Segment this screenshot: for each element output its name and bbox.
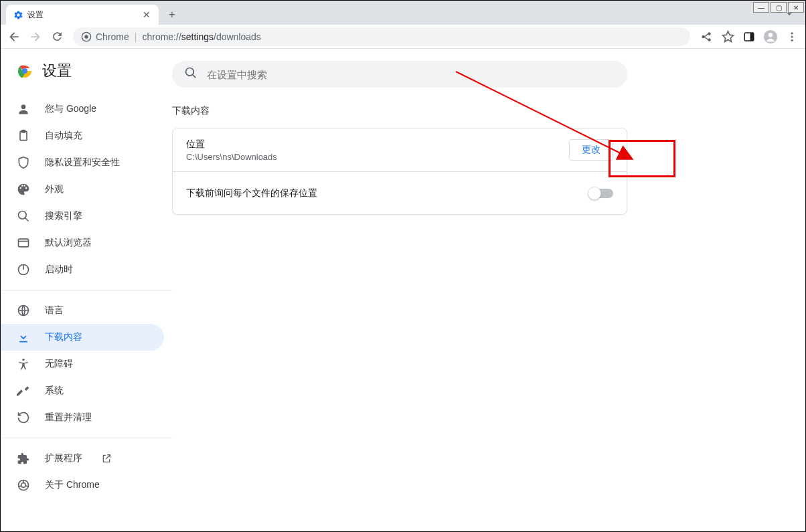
address-bar[interactable]: Chrome | chrome://settings/downloads: [73, 27, 690, 46]
tab-strip: 设置 ✕ +: [1, 1, 805, 25]
ask-label: 下载前询问每个文件的保存位置: [186, 187, 589, 199]
row-text: 位置 C:\Users\ns\Downloads: [186, 139, 569, 162]
sidebar-item-you-and-google[interactable]: 您与 Google: [1, 96, 164, 122]
sidebar-item-label: 系统: [45, 385, 64, 397]
svg-point-9: [791, 32, 793, 34]
close-window-button[interactable]: ✕: [788, 2, 804, 13]
extension-icon: [17, 452, 30, 465]
sidebar-item-autofill[interactable]: 自动填充: [1, 122, 164, 149]
downloads-card: 位置 C:\Users\ns\Downloads 更改 下载前询问每个文件的保存…: [172, 128, 627, 215]
ask-before-download-row: 下载前询问每个文件的保存位置: [173, 171, 627, 214]
minimize-button[interactable]: —: [753, 2, 769, 13]
svg-point-4: [702, 35, 704, 37]
content-area: 设置 您与 Google 自动填充 隐私设置和安全性 外观 搜索引擎 默认浏览器…: [1, 49, 805, 531]
sidebar-separator: [1, 290, 172, 290]
browser-toolbar: Chrome | chrome://settings/downloads: [1, 25, 805, 49]
svg-point-8: [769, 33, 773, 37]
more-icon[interactable]: [783, 27, 801, 46]
sidebar-item-downloads[interactable]: 下载内容: [1, 324, 164, 351]
page-title: 设置: [42, 61, 72, 81]
sidebar-item-extensions[interactable]: 扩展程序: [1, 445, 164, 472]
search-input[interactable]: [207, 69, 615, 80]
open-in-new-icon: [101, 453, 112, 464]
chrome-badge: Chrome: [81, 31, 129, 42]
sidebar-item-label: 重置并清理: [45, 412, 92, 424]
section-title: 下载内容: [172, 105, 805, 117]
sidebar-item-languages[interactable]: 语言: [1, 297, 164, 324]
svg-point-10: [791, 35, 793, 37]
svg-point-3: [708, 39, 710, 41]
reload-button[interactable]: [48, 27, 66, 46]
svg-point-2: [708, 33, 710, 35]
sidebar-item-label: 默认浏览器: [45, 237, 92, 249]
sidebar-item-label: 下载内容: [45, 331, 82, 343]
sidebar-item-label: 关于 Chrome: [45, 479, 100, 491]
location-path: C:\Users\ns\Downloads: [186, 152, 569, 162]
back-button[interactable]: [5, 27, 23, 46]
sidebar-separator: [1, 438, 172, 438]
svg-rect-19: [19, 239, 29, 247]
settings-sidebar: 设置 您与 Google 自动填充 隐私设置和安全性 外观 搜索引擎 默认浏览器…: [1, 49, 172, 531]
sidebar-item-label: 您与 Google: [45, 103, 96, 115]
palette-icon: [17, 183, 30, 196]
sidebar-item-label: 无障碍: [45, 358, 73, 370]
change-button[interactable]: 更改: [569, 139, 613, 161]
sidebar-item-search-engine[interactable]: 搜索引擎: [1, 203, 164, 230]
maximize-button[interactable]: ▢: [771, 2, 787, 13]
star-icon[interactable]: [718, 27, 737, 46]
tab-title: 设置: [27, 9, 137, 21]
svg-point-18: [19, 211, 27, 219]
browser-icon: [17, 236, 30, 250]
sidebar-item-label: 扩展程序: [45, 452, 82, 464]
settings-main: 下载内容 位置 C:\Users\ns\Downloads 更改 下载前询问每个…: [172, 49, 805, 531]
sidebar-items: 您与 Google 自动填充 隐私设置和安全性 外观 搜索引擎 默认浏览器 启动…: [1, 92, 172, 499]
close-tab-button[interactable]: ✕: [141, 9, 152, 20]
forward-button[interactable]: [26, 27, 45, 46]
power-icon: [17, 263, 30, 276]
svg-point-24: [21, 483, 26, 488]
profile-icon[interactable]: [761, 27, 780, 46]
sidebar-item-label: 隐私设置和安全性: [45, 157, 120, 169]
shield-icon: [17, 156, 30, 169]
svg-rect-17: [22, 130, 25, 132]
sidebar-item-privacy[interactable]: 隐私设置和安全性: [1, 149, 164, 176]
address-prefix: Chrome: [96, 31, 129, 42]
new-tab-button[interactable]: +: [163, 5, 181, 24]
sidebar-item-label: 搜索引擎: [45, 210, 82, 222]
sidebar-header: 设置: [1, 61, 172, 92]
globe-icon: [17, 304, 30, 317]
share-icon[interactable]: [697, 27, 716, 46]
svg-rect-6: [750, 33, 754, 41]
svg-point-22: [22, 359, 24, 361]
accessibility-icon: [17, 357, 30, 371]
search-icon: [184, 66, 197, 82]
gear-icon: [13, 9, 23, 20]
sidebar-item-appearance[interactable]: 外观: [1, 176, 164, 203]
sidebar-item-default-browser[interactable]: 默认浏览器: [1, 230, 164, 256]
settings-search[interactable]: [172, 61, 627, 88]
chrome-outline-icon: [17, 478, 30, 492]
sidebar-item-reset[interactable]: 重置并清理: [1, 404, 164, 431]
sidebar-item-system[interactable]: 系统: [1, 377, 164, 404]
browser-tab[interactable]: 设置 ✕: [6, 5, 159, 25]
sidebar-item-about-chrome[interactable]: 关于 Chrome: [1, 472, 164, 499]
download-icon: [17, 331, 30, 344]
row-text: 下载前询问每个文件的保存位置: [186, 187, 589, 199]
svg-point-11: [791, 39, 793, 41]
side-panel-icon[interactable]: [740, 27, 758, 46]
sidebar-item-label: 语言: [45, 304, 64, 317]
sidebar-item-accessibility[interactable]: 无障碍: [1, 351, 164, 377]
ask-toggle[interactable]: [589, 189, 613, 198]
sidebar-item-label: 自动填充: [45, 130, 82, 142]
svg-point-14: [23, 69, 27, 73]
svg-point-1: [84, 35, 88, 38]
clipboard-icon: [17, 129, 30, 143]
window-controls: — ▢ ✕: [752, 1, 805, 14]
address-url: chrome://settings/downloads: [142, 31, 260, 42]
download-location-row: 位置 C:\Users\ns\Downloads 更改: [173, 128, 627, 171]
restore-icon: [17, 411, 30, 424]
chrome-logo-icon: [17, 63, 33, 79]
sidebar-item-on-startup[interactable]: 启动时: [1, 256, 164, 283]
sidebar-item-label: 启动时: [45, 264, 73, 276]
search-icon: [17, 209, 30, 223]
